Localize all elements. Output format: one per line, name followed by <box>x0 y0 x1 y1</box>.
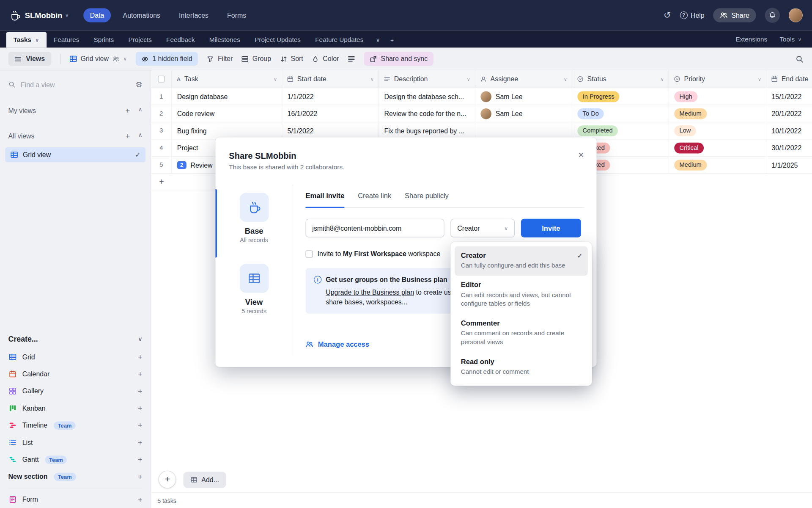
help-button[interactable]: ? Help <box>680 11 704 19</box>
collapse-chevron-icon[interactable]: ∧ <box>138 132 143 141</box>
views-button[interactable]: Views <box>8 52 51 66</box>
nav-item-forms[interactable]: Forms <box>220 8 253 22</box>
end-date-cell[interactable]: 30/1/2022 <box>766 139 812 156</box>
share-and-sync-button[interactable]: Share and sync <box>364 52 433 66</box>
row-height-button[interactable] <box>348 55 355 63</box>
sidebar-item-kanban[interactable]: Kanban + <box>0 400 151 417</box>
extensions-button[interactable]: Extensions <box>735 36 767 43</box>
priority-cell[interactable]: Critical <box>669 139 766 156</box>
row-number-cell[interactable]: 1 <box>151 88 172 105</box>
find-view-search[interactable]: Find a view ⚙ <box>0 76 151 94</box>
sidebar-item-calendar[interactable]: Calendar + <box>0 365 151 382</box>
plus-icon[interactable]: + <box>138 472 143 481</box>
tools-button[interactable]: Tools ∨ <box>779 36 801 43</box>
scope-view[interactable]: View 5 records <box>239 264 269 314</box>
color-button[interactable]: Color <box>312 55 339 63</box>
app-title[interactable]: SLMobbin <box>25 11 63 20</box>
row-number-cell[interactable]: 5 <box>151 157 172 174</box>
email-input[interactable] <box>305 219 444 237</box>
close-icon[interactable]: ✕ <box>578 151 584 159</box>
column-header-priority[interactable]: Priority ∨ <box>669 71 766 88</box>
group-button[interactable]: Group <box>241 55 271 63</box>
assignee-cell[interactable]: Sam Lee <box>475 88 572 105</box>
start-date-cell[interactable]: 1/1/2022 <box>282 88 379 105</box>
description-cell[interactable]: Review the code for the n... <box>379 105 475 122</box>
menu-option-read-only[interactable]: Read only Cannot edit or comment <box>455 352 588 381</box>
priority-cell[interactable]: Medium <box>669 157 766 174</box>
plus-icon[interactable]: + <box>138 438 143 447</box>
share-button[interactable]: Share <box>713 8 756 22</box>
plus-icon[interactable]: + <box>138 370 143 378</box>
nav-item-automations[interactable]: Automations <box>116 8 167 22</box>
priority-cell[interactable]: Low <box>669 122 766 139</box>
workspace-checkbox[interactable] <box>305 250 313 257</box>
table-tab-projects[interactable]: Projects <box>121 32 159 48</box>
tab-share-publicly[interactable]: Share publicly <box>405 185 449 207</box>
hidden-fields-button[interactable]: 1 hidden field <box>136 52 198 66</box>
permission-select[interactable]: Creator ∨ <box>450 219 515 237</box>
sidebar-item-grid-view-selected[interactable]: Grid view ✓ <box>5 147 145 163</box>
end-date-cell[interactable]: 15/1/2022 <box>766 88 812 105</box>
row-number-cell[interactable]: 2 <box>151 105 172 122</box>
plus-icon[interactable]: + <box>138 404 143 413</box>
sort-button[interactable]: Sort <box>280 55 303 63</box>
plus-icon[interactable]: + <box>138 495 143 504</box>
status-cell[interactable]: To Do <box>572 105 669 122</box>
tab-email-invite[interactable]: Email invite <box>305 185 344 208</box>
plus-icon[interactable]: + <box>138 353 143 362</box>
status-cell[interactable]: In Progress <box>572 88 669 105</box>
description-cell[interactable]: Design the database sch... <box>379 88 475 105</box>
column-header-end-date[interactable]: End date <box>766 71 812 88</box>
notifications-button[interactable] <box>765 8 780 23</box>
column-header-start-date[interactable]: Start date ∨ <box>282 71 379 88</box>
assignee-cell[interactable] <box>475 122 572 139</box>
column-header-task[interactable]: A Task ∨ <box>172 71 283 88</box>
task-cell[interactable]: Code review <box>172 105 283 122</box>
sidebar-item-gantt[interactable]: Gantt Team + <box>0 451 151 468</box>
sidebar-item-timeline[interactable]: Timeline Team + <box>0 417 151 433</box>
nav-item-interfaces[interactable]: Interfaces <box>172 8 215 22</box>
collapse-chevron-icon[interactable]: ∧ <box>138 106 143 115</box>
column-header-status[interactable]: Status ∨ <box>572 71 669 88</box>
invite-button[interactable]: Invite <box>521 219 581 237</box>
assignee-cell[interactable]: Sam Lee <box>475 105 572 122</box>
tab-create-link[interactable]: Create link <box>358 185 391 207</box>
table-tab-feedback[interactable]: Feedback <box>159 32 202 48</box>
table-tab-tasks[interactable]: Tasks ∨ <box>6 32 47 48</box>
user-avatar[interactable] <box>789 8 803 22</box>
column-header-description[interactable]: Description ∨ <box>379 71 475 88</box>
base-logo-cup-icon[interactable] <box>9 10 21 21</box>
app-title-chevron-icon[interactable]: ∨ <box>65 12 69 18</box>
priority-cell[interactable]: High <box>669 88 766 105</box>
end-date-cell[interactable]: 20/1/2022 <box>766 105 812 122</box>
sidebar-item-form[interactable]: Form + <box>0 491 151 508</box>
start-date-cell[interactable]: 16/1/2022 <box>282 105 379 122</box>
filter-button[interactable]: Filter <box>207 55 233 63</box>
menu-option-editor[interactable]: Editor Can edit records and views, but c… <box>455 276 588 314</box>
end-date-cell[interactable]: 1/1/2025 <box>766 157 812 174</box>
add-options-button[interactable]: Add... <box>183 472 226 488</box>
sidebar-item-list[interactable]: List + <box>0 434 151 451</box>
status-cell[interactable]: Completed <box>572 122 669 139</box>
upgrade-link[interactable]: Upgrade to the Business plan <box>326 288 414 296</box>
plus-icon[interactable]: + <box>138 421 143 430</box>
sidebar-item-grid[interactable]: Grid + <box>0 348 151 365</box>
task-cell[interactable]: Design database <box>172 88 283 105</box>
grid-view-switcher[interactable]: Grid view ∨ <box>69 55 127 63</box>
menu-option-commenter[interactable]: Commenter Can comment on records and cre… <box>455 314 588 352</box>
scope-base[interactable]: Base All records <box>239 193 269 243</box>
gear-icon[interactable]: ⚙ <box>135 80 142 89</box>
select-all-checkbox[interactable] <box>158 76 165 83</box>
select-all-cell[interactable] <box>151 71 172 88</box>
table-tab-sprints[interactable]: Sprints <box>86 32 121 48</box>
add-view-icon[interactable]: + <box>126 132 130 141</box>
plus-icon[interactable]: + <box>138 455 143 464</box>
end-date-cell[interactable]: 10/1/2022 <box>766 122 812 139</box>
add-record-button[interactable]: + <box>159 471 176 489</box>
all-views-section[interactable]: All views + ∧ <box>0 128 151 144</box>
table-tab-milestones[interactable]: Milestones <box>202 32 247 48</box>
row-number-cell[interactable]: 4 <box>151 139 172 156</box>
menu-option-creator[interactable]: Creator Can fully configure and edit thi… <box>455 246 588 276</box>
column-header-assignee[interactable]: Assignee ∨ <box>475 71 572 88</box>
description-cell[interactable]: Fix the bugs reported by ... <box>379 122 475 139</box>
